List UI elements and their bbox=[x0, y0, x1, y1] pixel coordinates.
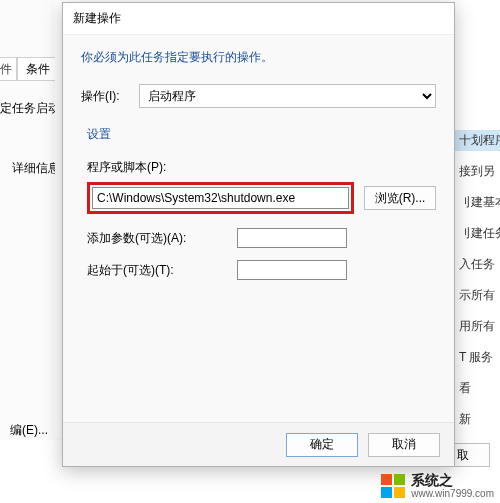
tab-partial[interactable]: 件 bbox=[0, 57, 17, 81]
dialog-title: 新建操作 bbox=[73, 10, 121, 27]
browse-button[interactable]: 浏览(R)... bbox=[364, 186, 436, 210]
tab-conditions[interactable]: 条件 bbox=[17, 57, 59, 81]
actions-item[interactable]: 刂建任务 bbox=[455, 223, 500, 244]
startin-row: 起始于(可选)(T): bbox=[87, 260, 436, 280]
program-input[interactable] bbox=[92, 187, 349, 209]
startin-label: 起始于(可选)(T): bbox=[87, 262, 237, 279]
actions-pane: 十划程序 接到另 刂建基本 刂建任务 入任务 示所有 用所有 T 服务 看 新 … bbox=[455, 130, 500, 461]
watermark-name: 系统之 bbox=[411, 473, 494, 488]
new-action-dialog: 新建操作 你必须为此任务指定要执行的操作。 操作(I): 启动程序 设置 程序或… bbox=[62, 2, 455, 467]
actions-item[interactable]: 刂建基本 bbox=[455, 192, 500, 213]
actions-item[interactable]: 用所有 bbox=[455, 316, 500, 337]
tab-strip: 件 条件 bbox=[0, 56, 59, 80]
program-section: 程序或脚本(P): 浏览(R)... 添加参数(可选)(A): 起始于(可选)(… bbox=[87, 159, 436, 280]
watermark-url: www.win7999.com bbox=[411, 488, 494, 499]
action-row: 操作(I): 启动程序 bbox=[81, 84, 436, 108]
watermark: 系统之 www.win7999.com bbox=[381, 473, 494, 499]
program-label: 程序或脚本(P): bbox=[87, 159, 436, 176]
dialog-titlebar: 新建操作 bbox=[63, 3, 454, 35]
actions-item[interactable]: 看 bbox=[455, 378, 500, 399]
ok-button[interactable]: 确定 bbox=[286, 433, 358, 457]
actions-item[interactable]: T 服务 bbox=[455, 347, 500, 368]
actions-item[interactable]: 入任务 bbox=[455, 254, 500, 275]
dialog-instruction: 你必须为此任务指定要执行的操作。 bbox=[81, 49, 436, 66]
actions-item[interactable]: 十划程序 bbox=[455, 130, 500, 151]
dialog-body: 你必须为此任务指定要执行的操作。 操作(I): 启动程序 设置 程序或脚本(P)… bbox=[63, 35, 454, 422]
left-label-trigger: 定任务启动 bbox=[0, 100, 60, 117]
action-select[interactable]: 启动程序 bbox=[139, 84, 436, 108]
actions-item[interactable]: 示所有 bbox=[455, 285, 500, 306]
actions-item[interactable]: 新 bbox=[455, 409, 500, 430]
actions-item[interactable]: 接到另 bbox=[455, 161, 500, 182]
left-label-details: 详细信息 bbox=[12, 160, 60, 177]
program-row: 浏览(R)... bbox=[87, 182, 436, 214]
settings-link: 设置 bbox=[87, 126, 111, 143]
left-label-edit[interactable]: 编(E)... bbox=[10, 422, 48, 439]
args-label: 添加参数(可选)(A): bbox=[87, 230, 237, 247]
program-highlight bbox=[87, 182, 354, 214]
watermark-text: 系统之 www.win7999.com bbox=[411, 473, 494, 499]
startin-input[interactable] bbox=[237, 260, 347, 280]
dialog-footer: 确定 取消 bbox=[63, 422, 454, 466]
args-input[interactable] bbox=[237, 228, 347, 248]
action-label: 操作(I): bbox=[81, 88, 139, 105]
cancel-button[interactable]: 取消 bbox=[368, 433, 440, 457]
windows-logo-icon bbox=[381, 474, 405, 498]
args-row: 添加参数(可选)(A): bbox=[87, 228, 436, 248]
